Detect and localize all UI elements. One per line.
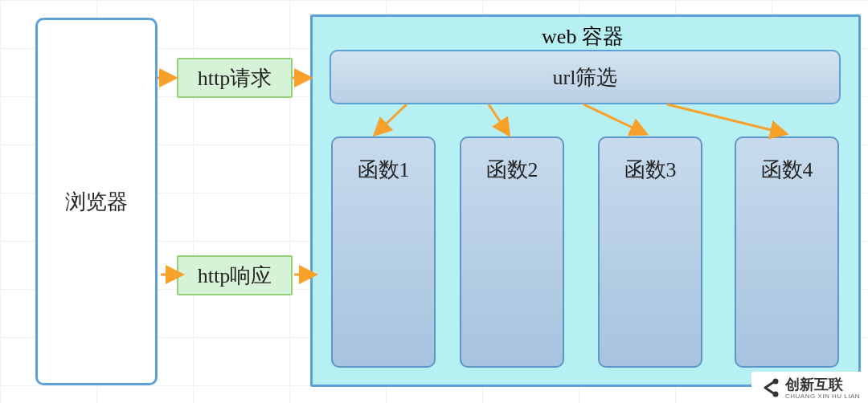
svg-line-4 xyxy=(376,104,407,133)
watermark: 创新互联 CHUANG XIN HU LIAN xyxy=(751,372,868,403)
function-1-label: 函数1 xyxy=(358,156,410,184)
arrow-container-to-response xyxy=(289,265,313,284)
watermark-brand: 创新互联 xyxy=(785,377,843,393)
browser-label: 浏览器 xyxy=(65,188,128,216)
watermark-subtext: CHUANG XIN HU LIAN xyxy=(785,393,860,400)
svg-point-9 xyxy=(774,393,777,396)
arrow-request-to-container xyxy=(293,68,313,88)
function-box-2: 函数2 xyxy=(460,136,564,368)
function-box-4: 函数4 xyxy=(735,136,839,368)
arrow-url-to-fn1 xyxy=(366,104,415,140)
http-request-label: http请求 xyxy=(198,64,272,92)
watermark-text: 创新互联 CHUANG XIN HU LIAN xyxy=(785,375,860,400)
url-filter-label: url筛选 xyxy=(553,63,618,92)
function-3-label: 函数3 xyxy=(624,156,677,184)
function-box-3: 函数3 xyxy=(598,136,702,368)
diagram-canvas: 浏览器 http请求 http响应 web 容器 url筛选 函数1 函数2 函… xyxy=(0,0,868,403)
svg-line-5 xyxy=(489,104,508,133)
web-container-title: web 容器 xyxy=(330,22,836,51)
http-response-box: http响应 xyxy=(177,255,293,295)
svg-line-7 xyxy=(667,104,784,133)
function-2-label: 函数2 xyxy=(486,156,538,184)
arrow-response-to-browser xyxy=(156,265,180,284)
url-filter-box: url筛选 xyxy=(330,50,841,104)
browser-box: 浏览器 xyxy=(35,18,158,385)
arrow-url-to-fn2 xyxy=(473,104,521,140)
function-4-label: 函数4 xyxy=(761,156,813,184)
http-request-box: http请求 xyxy=(177,58,293,98)
arrow-browser-to-request xyxy=(158,68,178,88)
function-box-1: 函数1 xyxy=(331,136,436,368)
arrow-url-to-fn4 xyxy=(667,104,796,140)
http-response-label: http响应 xyxy=(198,262,272,290)
svg-line-6 xyxy=(583,104,645,133)
arrow-url-to-fn3 xyxy=(583,104,656,140)
svg-point-8 xyxy=(774,380,777,383)
watermark-logo-icon xyxy=(760,377,780,398)
